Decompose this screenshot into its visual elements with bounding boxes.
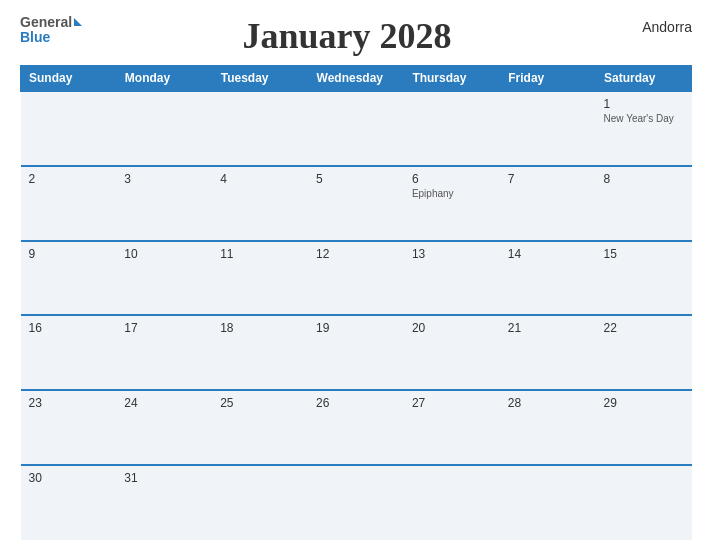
- calendar-cell: 23: [21, 390, 117, 465]
- calendar-cell: [404, 91, 500, 166]
- calendar-cell: 21: [500, 315, 596, 390]
- day-number: 25: [220, 396, 300, 410]
- day-number: 21: [508, 321, 588, 335]
- calendar-week-row: 16171819202122: [21, 315, 692, 390]
- calendar-cell: 25: [212, 390, 308, 465]
- logo-blue-text: Blue: [20, 30, 82, 45]
- calendar-week-row: 3031: [21, 465, 692, 540]
- day-number: 28: [508, 396, 588, 410]
- calendar-title: January 2028: [82, 15, 612, 57]
- weekday-header-row: Sunday Monday Tuesday Wednesday Thursday…: [21, 66, 692, 92]
- calendar-cell: 31: [116, 465, 212, 540]
- header-monday: Monday: [116, 66, 212, 92]
- calendar-cell: [404, 465, 500, 540]
- calendar-page: General Blue January 2028 Andorra Sunday…: [0, 0, 712, 550]
- calendar-cell: [500, 465, 596, 540]
- header-tuesday: Tuesday: [212, 66, 308, 92]
- holiday-label: Epiphany: [412, 188, 492, 199]
- day-number: 13: [412, 247, 492, 261]
- region-label: Andorra: [612, 15, 692, 35]
- day-number: 2: [29, 172, 109, 186]
- calendar-week-row: 23242526272829: [21, 390, 692, 465]
- day-number: 17: [124, 321, 204, 335]
- calendar-cell: 16: [21, 315, 117, 390]
- calendar-cell: 18: [212, 315, 308, 390]
- calendar-cell: 27: [404, 390, 500, 465]
- calendar-cell: 3: [116, 166, 212, 241]
- holiday-label: New Year's Day: [604, 113, 684, 124]
- day-number: 26: [316, 396, 396, 410]
- day-number: 11: [220, 247, 300, 261]
- calendar-cell: 17: [116, 315, 212, 390]
- logo-triangle-icon: [74, 18, 82, 26]
- calendar-cell: 2: [21, 166, 117, 241]
- day-number: 30: [29, 471, 109, 485]
- calendar-cell: [116, 91, 212, 166]
- day-number: 5: [316, 172, 396, 186]
- day-number: 10: [124, 247, 204, 261]
- day-number: 3: [124, 172, 204, 186]
- day-number: 29: [604, 396, 684, 410]
- calendar-cell: [21, 91, 117, 166]
- day-number: 31: [124, 471, 204, 485]
- calendar-cell: 26: [308, 390, 404, 465]
- calendar-cell: 29: [596, 390, 692, 465]
- calendar-cell: 5: [308, 166, 404, 241]
- day-number: 4: [220, 172, 300, 186]
- day-number: 14: [508, 247, 588, 261]
- calendar-cell: [212, 465, 308, 540]
- calendar-cell: 19: [308, 315, 404, 390]
- header-wednesday: Wednesday: [308, 66, 404, 92]
- calendar-cell: 14: [500, 241, 596, 316]
- header-saturday: Saturday: [596, 66, 692, 92]
- calendar-cell: [596, 465, 692, 540]
- calendar-week-row: 1New Year's Day: [21, 91, 692, 166]
- calendar-week-row: 9101112131415: [21, 241, 692, 316]
- calendar-cell: 9: [21, 241, 117, 316]
- day-number: 19: [316, 321, 396, 335]
- calendar-cell: [212, 91, 308, 166]
- day-number: 12: [316, 247, 396, 261]
- calendar-cell: 4: [212, 166, 308, 241]
- calendar-cell: 1New Year's Day: [596, 91, 692, 166]
- calendar-cell: 6Epiphany: [404, 166, 500, 241]
- day-number: 6: [412, 172, 492, 186]
- calendar-cell: [500, 91, 596, 166]
- header: General Blue January 2028 Andorra: [20, 15, 692, 57]
- day-number: 1: [604, 97, 684, 111]
- calendar-cell: 12: [308, 241, 404, 316]
- calendar-cell: [308, 465, 404, 540]
- calendar-cell: 8: [596, 166, 692, 241]
- calendar-cell: 13: [404, 241, 500, 316]
- day-number: 23: [29, 396, 109, 410]
- calendar-cell: 30: [21, 465, 117, 540]
- header-friday: Friday: [500, 66, 596, 92]
- title-area: January 2028: [82, 15, 612, 57]
- calendar-cell: 28: [500, 390, 596, 465]
- calendar-cell: 10: [116, 241, 212, 316]
- calendar-cell: 20: [404, 315, 500, 390]
- calendar-week-row: 23456Epiphany78: [21, 166, 692, 241]
- calendar-cell: [308, 91, 404, 166]
- day-number: 8: [604, 172, 684, 186]
- calendar-cell: 15: [596, 241, 692, 316]
- logo: General Blue: [20, 15, 82, 46]
- day-number: 9: [29, 247, 109, 261]
- day-number: 27: [412, 396, 492, 410]
- day-number: 24: [124, 396, 204, 410]
- day-number: 16: [29, 321, 109, 335]
- logo-general-text: General: [20, 15, 72, 30]
- day-number: 18: [220, 321, 300, 335]
- header-sunday: Sunday: [21, 66, 117, 92]
- day-number: 22: [604, 321, 684, 335]
- calendar-cell: 22: [596, 315, 692, 390]
- day-number: 20: [412, 321, 492, 335]
- calendar-table: Sunday Monday Tuesday Wednesday Thursday…: [20, 65, 692, 540]
- calendar-cell: 7: [500, 166, 596, 241]
- day-number: 7: [508, 172, 588, 186]
- calendar-cell: 24: [116, 390, 212, 465]
- day-number: 15: [604, 247, 684, 261]
- header-thursday: Thursday: [404, 66, 500, 92]
- calendar-cell: 11: [212, 241, 308, 316]
